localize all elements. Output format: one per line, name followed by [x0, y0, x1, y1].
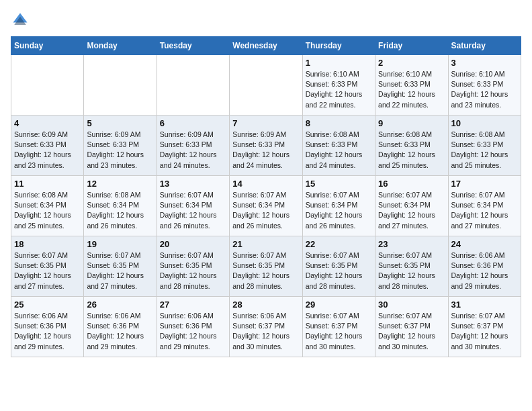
calendar-cell: 17Sunrise: 6:07 AM Sunset: 6:34 PM Dayli…: [448, 176, 521, 236]
calendar-cell: 29Sunrise: 6:07 AM Sunset: 6:37 PM Dayli…: [302, 297, 375, 357]
day-number: 9: [378, 118, 445, 128]
day-info: Sunrise: 6:09 AM Sunset: 6:33 PM Dayligh…: [87, 130, 153, 171]
calendar-cell: 25Sunrise: 6:06 AM Sunset: 6:36 PM Dayli…: [11, 297, 84, 357]
calendar-cell: 6Sunrise: 6:09 AM Sunset: 6:33 PM Daylig…: [157, 116, 229, 176]
logo-icon: [11, 11, 30, 30]
day-number: 6: [160, 118, 226, 128]
day-number: 24: [451, 239, 518, 249]
day-info: Sunrise: 6:10 AM Sunset: 6:33 PM Dayligh…: [451, 69, 518, 110]
day-number: 23: [378, 239, 445, 249]
day-info: Sunrise: 6:07 AM Sunset: 6:37 PM Dayligh…: [378, 311, 445, 352]
calendar-cell: [157, 55, 229, 116]
calendar-cell: 4Sunrise: 6:09 AM Sunset: 6:33 PM Daylig…: [11, 116, 84, 176]
calendar-cell: 1Sunrise: 6:10 AM Sunset: 6:33 PM Daylig…: [302, 55, 375, 116]
calendar-cell: 11Sunrise: 6:08 AM Sunset: 6:34 PM Dayli…: [11, 176, 84, 236]
calendar-cell: 28Sunrise: 6:06 AM Sunset: 6:37 PM Dayli…: [230, 297, 302, 357]
calendar-cell: 14Sunrise: 6:07 AM Sunset: 6:34 PM Dayli…: [230, 176, 302, 236]
calendar-cell: 16Sunrise: 6:07 AM Sunset: 6:34 PM Dayli…: [375, 176, 448, 236]
day-info: Sunrise: 6:06 AM Sunset: 6:36 PM Dayligh…: [14, 311, 81, 352]
day-info: Sunrise: 6:08 AM Sunset: 6:34 PM Dayligh…: [87, 190, 153, 231]
day-number: 21: [232, 239, 299, 249]
day-number: 26: [87, 300, 153, 310]
day-number: 11: [14, 179, 81, 189]
day-number: 17: [451, 179, 518, 189]
day-info: Sunrise: 6:07 AM Sunset: 6:35 PM Dayligh…: [160, 250, 226, 291]
day-info: Sunrise: 6:07 AM Sunset: 6:35 PM Dayligh…: [14, 250, 81, 291]
calendar-cell: [230, 55, 302, 116]
day-info: Sunrise: 6:10 AM Sunset: 6:33 PM Dayligh…: [306, 69, 372, 110]
weekday-header: Sunday: [11, 37, 84, 55]
calendar-cell: 27Sunrise: 6:06 AM Sunset: 6:36 PM Dayli…: [157, 297, 229, 357]
day-info: Sunrise: 6:09 AM Sunset: 6:33 PM Dayligh…: [160, 130, 226, 171]
day-number: 31: [451, 300, 518, 310]
weekday-header: Friday: [375, 37, 448, 55]
day-number: 1: [306, 58, 372, 68]
calendar-cell: 13Sunrise: 6:07 AM Sunset: 6:34 PM Dayli…: [157, 176, 229, 236]
day-info: Sunrise: 6:06 AM Sunset: 6:37 PM Dayligh…: [232, 311, 299, 352]
day-number: 19: [87, 239, 153, 249]
day-info: Sunrise: 6:07 AM Sunset: 6:34 PM Dayligh…: [232, 190, 299, 231]
day-number: 29: [306, 300, 372, 310]
day-number: 2: [378, 58, 445, 68]
day-number: 20: [160, 239, 226, 249]
day-number: 15: [306, 179, 372, 189]
day-number: 22: [306, 239, 372, 249]
day-number: 12: [87, 179, 153, 189]
day-number: 28: [232, 300, 299, 310]
day-number: 3: [451, 58, 518, 68]
day-info: Sunrise: 6:08 AM Sunset: 6:33 PM Dayligh…: [451, 130, 518, 171]
weekday-header: Wednesday: [230, 37, 302, 55]
weekday-header: Saturday: [448, 37, 521, 55]
day-number: 30: [378, 300, 445, 310]
day-info: Sunrise: 6:09 AM Sunset: 6:33 PM Dayligh…: [232, 130, 299, 171]
calendar-header: SundayMondayTuesdayWednesdayThursdayFrid…: [11, 37, 521, 55]
day-info: Sunrise: 6:07 AM Sunset: 6:37 PM Dayligh…: [306, 311, 372, 352]
calendar-cell: 20Sunrise: 6:07 AM Sunset: 6:35 PM Dayli…: [157, 236, 229, 297]
day-number: 18: [14, 239, 81, 249]
day-number: 14: [232, 179, 299, 189]
logo: [11, 11, 32, 30]
day-info: Sunrise: 6:07 AM Sunset: 6:35 PM Dayligh…: [87, 250, 153, 291]
day-info: Sunrise: 6:07 AM Sunset: 6:35 PM Dayligh…: [306, 250, 372, 291]
day-info: Sunrise: 6:07 AM Sunset: 6:35 PM Dayligh…: [378, 250, 445, 291]
calendar-cell: 31Sunrise: 6:07 AM Sunset: 6:37 PM Dayli…: [448, 297, 521, 357]
day-number: 5: [87, 118, 153, 128]
day-info: Sunrise: 6:07 AM Sunset: 6:34 PM Dayligh…: [451, 190, 518, 231]
calendar-cell: 10Sunrise: 6:08 AM Sunset: 6:33 PM Dayli…: [448, 116, 521, 176]
day-info: Sunrise: 6:07 AM Sunset: 6:35 PM Dayligh…: [232, 250, 299, 291]
day-info: Sunrise: 6:06 AM Sunset: 6:36 PM Dayligh…: [451, 250, 518, 291]
weekday-header: Tuesday: [157, 37, 229, 55]
day-number: 4: [14, 118, 81, 128]
day-number: 25: [14, 300, 81, 310]
day-number: 27: [160, 300, 226, 310]
calendar-cell: 5Sunrise: 6:09 AM Sunset: 6:33 PM Daylig…: [84, 116, 157, 176]
calendar-cell: 30Sunrise: 6:07 AM Sunset: 6:37 PM Dayli…: [375, 297, 448, 357]
day-number: 16: [378, 179, 445, 189]
calendar-cell: 18Sunrise: 6:07 AM Sunset: 6:35 PM Dayli…: [11, 236, 84, 297]
day-number: 10: [451, 118, 518, 128]
day-info: Sunrise: 6:08 AM Sunset: 6:33 PM Dayligh…: [378, 130, 445, 171]
weekday-header: Thursday: [302, 37, 375, 55]
day-info: Sunrise: 6:08 AM Sunset: 6:33 PM Dayligh…: [306, 130, 372, 171]
day-info: Sunrise: 6:09 AM Sunset: 6:33 PM Dayligh…: [14, 130, 81, 171]
day-info: Sunrise: 6:08 AM Sunset: 6:34 PM Dayligh…: [14, 190, 81, 231]
calendar-cell: 21Sunrise: 6:07 AM Sunset: 6:35 PM Dayli…: [230, 236, 302, 297]
calendar-cell: 8Sunrise: 6:08 AM Sunset: 6:33 PM Daylig…: [302, 116, 375, 176]
calendar-cell: 26Sunrise: 6:06 AM Sunset: 6:36 PM Dayli…: [84, 297, 157, 357]
calendar-cell: 3Sunrise: 6:10 AM Sunset: 6:33 PM Daylig…: [448, 55, 521, 116]
calendar-table: SundayMondayTuesdayWednesdayThursdayFrid…: [11, 36, 521, 357]
calendar-cell: 2Sunrise: 6:10 AM Sunset: 6:33 PM Daylig…: [375, 55, 448, 116]
day-info: Sunrise: 6:10 AM Sunset: 6:33 PM Dayligh…: [378, 69, 445, 110]
day-number: 8: [306, 118, 372, 128]
day-info: Sunrise: 6:07 AM Sunset: 6:34 PM Dayligh…: [306, 190, 372, 231]
calendar-cell: 23Sunrise: 6:07 AM Sunset: 6:35 PM Dayli…: [375, 236, 448, 297]
page-header: [11, 11, 521, 30]
day-number: 7: [232, 118, 299, 128]
day-info: Sunrise: 6:07 AM Sunset: 6:34 PM Dayligh…: [378, 190, 445, 231]
calendar-cell: [84, 55, 157, 116]
day-info: Sunrise: 6:07 AM Sunset: 6:37 PM Dayligh…: [451, 311, 518, 352]
calendar-cell: 22Sunrise: 6:07 AM Sunset: 6:35 PM Dayli…: [302, 236, 375, 297]
day-info: Sunrise: 6:06 AM Sunset: 6:36 PM Dayligh…: [87, 311, 153, 352]
weekday-header: Monday: [84, 37, 157, 55]
day-info: Sunrise: 6:06 AM Sunset: 6:36 PM Dayligh…: [160, 311, 226, 352]
